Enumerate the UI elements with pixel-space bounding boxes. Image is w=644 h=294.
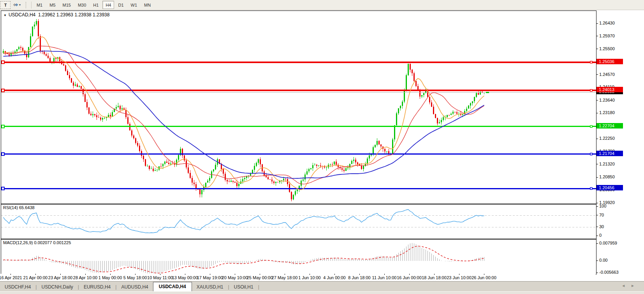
macd-tick-label: 0.007959 (599, 241, 617, 245)
time-tick (235, 274, 235, 275)
toolbar-separator (31, 2, 32, 9)
time-tick (110, 274, 111, 275)
time-tick (484, 274, 484, 275)
chart-tab-bar: USDCHF,H4|USDCNH,Daily|EURUSD,H4|AUDUSD,… (0, 281, 644, 292)
mt4-window: T ❖ ❖ ▾ M1M5M15M30H1H4D1W1MN ▼USDCAD,H4 … (0, 0, 644, 294)
timeframe-button-m5[interactable]: M5 (46, 1, 58, 9)
rsi-pane[interactable]: RSI(14) 65.6438 (1, 204, 596, 239)
tab-usdcad-h4[interactable]: USDCAD,H4 (153, 282, 192, 292)
price-tick-label: 1.24570 (599, 72, 615, 77)
toolbar-grip (26, 2, 28, 8)
time-tick-label: 26 Jun 00:00 (472, 275, 496, 280)
macd-tick (596, 243, 598, 244)
price-tag: 1.24013 (596, 87, 623, 92)
chevron-down-icon: ▾ (19, 3, 21, 7)
time-tick-label: 18 Jun 18:00 (422, 275, 447, 280)
timeframe-button-m1[interactable]: M1 (33, 1, 46, 9)
price-tick (596, 177, 598, 178)
status-bar (0, 291, 644, 294)
price-tick (596, 164, 598, 164)
macd-tick-label: -0.005663 (599, 270, 619, 275)
time-tick-label: 10 May 11:00 (147, 275, 173, 280)
price-tag: 1.21704 (596, 151, 623, 156)
symbol-timeframe-label: USDCAD,H4 (9, 12, 35, 18)
objects-dropdown-button[interactable]: ❖ ❖ ▾ (11, 1, 22, 9)
price-tag: 1.25036 (596, 59, 623, 64)
time-tick-label: 11 Jun 10:00 (372, 275, 397, 280)
tab-usoil-h1[interactable]: USOil,H1 (229, 283, 258, 292)
rsi-tick-label: 0 (599, 233, 602, 238)
time-tick (210, 274, 210, 275)
rsi-tick (596, 206, 598, 207)
time-tick-label: 23 Jun 10:00 (447, 275, 472, 280)
main-chart-pane[interactable]: ▼USDCAD,H4 1.23962 1.23963 1.23938 1.239… (1, 11, 596, 204)
timeframe-button-h1[interactable]: H1 (90, 1, 102, 9)
time-tick (11, 274, 11, 275)
tab-separator: | (258, 283, 259, 292)
time-tick-label: 4 Jun 00:00 (323, 275, 346, 280)
rsi-tick-label: 70 (599, 213, 604, 217)
time-tick-label: 8 Jun 18:00 (348, 275, 371, 280)
time-tick (434, 274, 435, 275)
tab-eurusd-h4[interactable]: EURUSD,H4 (79, 283, 115, 292)
timeframe-button-h4[interactable]: H4 (102, 1, 114, 9)
toolbar: T ❖ ❖ ▾ M1M5M15M30H1H4D1W1MN (0, 0, 644, 10)
tab-audusd-h4[interactable]: AUDUSD,H4 (116, 283, 153, 292)
timeframe-button-m15[interactable]: M15 (60, 1, 74, 9)
price-tick (596, 23, 598, 24)
macd-tick (596, 273, 598, 273)
objects-icon-overlay: ❖ (15, 3, 18, 7)
time-axis[interactable]: 16 Apr 202121 Apr 00:0023 Apr 18:0028 Ap… (1, 274, 596, 281)
text-tool-button[interactable]: T (0, 1, 11, 9)
timeframe-button-mn[interactable]: MN (141, 1, 154, 9)
price-tick-label: 1.25500 (599, 46, 615, 51)
time-tick (334, 274, 335, 275)
macd-tick (596, 261, 598, 261)
price-tick (596, 139, 598, 139)
tab-scroll-arrows[interactable]: ◄► (621, 283, 640, 288)
tab-scroll-right-icon[interactable]: ► (631, 283, 640, 288)
rsi-tick (596, 215, 598, 215)
tab-xauusd-h1[interactable]: XAUUSD,H1 (192, 283, 228, 292)
time-tick (384, 274, 385, 275)
price-tick (596, 74, 598, 75)
timeframe-button-m30[interactable]: M30 (75, 1, 89, 9)
price-tag: 1.22704 (596, 123, 623, 129)
time-tick (185, 274, 185, 275)
timeframe-button-w1[interactable]: W1 (128, 1, 141, 9)
time-tick (160, 274, 160, 275)
price-tag: 1.20456 (596, 185, 623, 190)
macd-pane[interactable]: MACD(12,26,9) 0.002077 0.001225 (1, 239, 596, 275)
tab-scroll-left-icon[interactable]: ◄ (621, 283, 631, 288)
time-tick-label: 5 May 18:00 (123, 275, 147, 280)
price-tick-label: 1.23640 (599, 98, 615, 102)
price-tick (596, 113, 598, 113)
price-tick-label: 1.25970 (599, 33, 615, 38)
time-tick-label: 28 Apr 10:00 (73, 275, 97, 280)
time-tick-label: 17 May 19:00 (197, 275, 223, 280)
time-tick-label: 13 May 00:00 (172, 275, 198, 280)
time-tick-label: 27 May 18:00 (272, 275, 298, 280)
price-tick (596, 36, 598, 36)
timeframe-button-group: M1M5M15M30H1H4D1W1MN (33, 1, 154, 9)
time-tick (359, 274, 360, 275)
price-tick-label: 1.22250 (599, 136, 615, 141)
tab-usdchf-h4[interactable]: USDCHF,H4 (0, 283, 35, 292)
price-tick (596, 49, 598, 49)
tab-usdcnh-daily[interactable]: USDCNH,Daily (37, 283, 77, 292)
time-tick-label: 25 May 00:00 (247, 275, 273, 280)
timeframe-button-d1[interactable]: D1 (115, 1, 127, 9)
rsi-tick (596, 227, 598, 227)
time-tick (260, 274, 260, 275)
symbol-dropdown-icon[interactable]: ▼ (4, 14, 7, 17)
price-tick-label: 1.26430 (599, 21, 615, 25)
rsi-label: RSI(14) 65.6438 (3, 205, 35, 210)
price-tick-label: 1.23180 (599, 110, 615, 115)
time-tick (409, 274, 410, 275)
time-tick (35, 274, 36, 275)
price-tick (596, 203, 598, 203)
price-tick (596, 100, 598, 100)
price-tick-label: 1.21320 (599, 162, 615, 166)
time-tick (310, 274, 310, 275)
time-tick (459, 274, 459, 275)
